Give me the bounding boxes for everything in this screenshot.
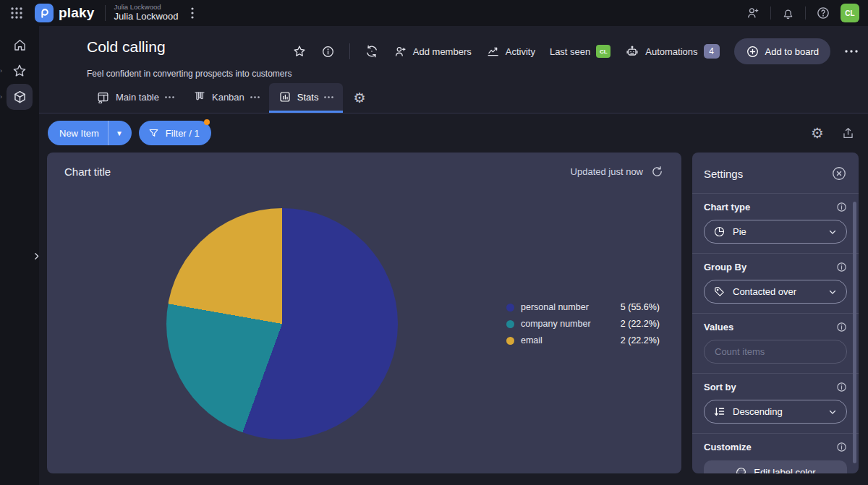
close-icon[interactable] bbox=[831, 166, 847, 181]
brand-name: plaky bbox=[59, 5, 95, 21]
settings-scrollbar[interactable] bbox=[853, 202, 856, 463]
group-by-value: Contacted over bbox=[733, 286, 796, 297]
values-placeholder: Count items bbox=[715, 346, 765, 357]
chevron-down-icon bbox=[827, 227, 838, 237]
tab-menu-icon[interactable] bbox=[165, 96, 174, 98]
user-avatar[interactable]: CL bbox=[841, 4, 859, 22]
sidebar-boards-icon[interactable]: › bbox=[7, 84, 33, 110]
legend-label: personal number bbox=[521, 302, 589, 312]
sort-by-select[interactable]: Descending bbox=[704, 400, 847, 424]
workspace-switcher[interactable]: Julia Lockwood Julia Lockwood bbox=[114, 4, 179, 22]
chevron-right-icon: › bbox=[0, 93, 2, 100]
add-to-board-button[interactable]: Add to board bbox=[734, 38, 830, 64]
view-tabs: Main table Kanban Stats bbox=[87, 83, 375, 113]
workspace-menu-icon[interactable] bbox=[191, 7, 194, 19]
group-by-select[interactable]: Contacted over bbox=[704, 280, 847, 304]
chart-type-section: Chart type Pie bbox=[692, 194, 859, 254]
favorite-star-icon[interactable] bbox=[292, 44, 307, 59]
last-seen-avatar: CL bbox=[596, 45, 610, 58]
sort-by-section: Sort by Descending bbox=[692, 374, 859, 434]
add-members-button[interactable]: Add members bbox=[393, 45, 472, 59]
tab-menu-icon[interactable] bbox=[324, 96, 333, 98]
refresh-icon[interactable] bbox=[650, 165, 664, 179]
legend-label: email bbox=[521, 335, 542, 345]
tab-menu-icon[interactable] bbox=[250, 96, 260, 98]
board-more-icon[interactable] bbox=[845, 50, 858, 53]
stats-content: Chart title Updated just now personal nu… bbox=[39, 153, 868, 485]
info-icon[interactable] bbox=[836, 442, 847, 452]
board-sync-icon[interactable] bbox=[365, 44, 379, 59]
info-icon[interactable] bbox=[836, 202, 847, 213]
customize-label: Customize bbox=[704, 442, 752, 452]
notifications-bell-icon[interactable] bbox=[781, 7, 795, 20]
left-sidebar: › › bbox=[0, 26, 39, 485]
chart-type-label: Chart type bbox=[704, 202, 750, 213]
views-settings-gear-icon[interactable]: ⚙ bbox=[343, 83, 375, 113]
legend-item[interactable]: personal number 5 (55.6%) bbox=[506, 302, 660, 312]
topbar-divider bbox=[805, 7, 806, 20]
chart-type-select[interactable]: Pie bbox=[704, 220, 847, 244]
activity-button[interactable]: Activity bbox=[486, 45, 535, 59]
new-item-button[interactable]: New Item ▼ bbox=[48, 121, 132, 145]
values-field[interactable]: Count items bbox=[704, 340, 847, 364]
last-seen[interactable]: Last seen CL bbox=[550, 45, 610, 58]
toolbar: New Item ▼ Filter / 1 ⚙ bbox=[39, 113, 868, 153]
info-icon[interactable] bbox=[836, 382, 847, 392]
chevron-down-icon bbox=[827, 407, 838, 417]
sidebar-home-icon[interactable] bbox=[7, 32, 33, 58]
workspace-name: Julia Lockwood bbox=[114, 12, 179, 22]
chart-updated-status: Updated just now bbox=[571, 165, 664, 179]
chart-card: Chart title Updated just now personal nu… bbox=[47, 153, 681, 473]
info-icon[interactable] bbox=[836, 322, 847, 332]
values-section: Values Count items bbox=[692, 314, 859, 374]
chart-settings-gear-icon[interactable]: ⚙ bbox=[811, 126, 824, 141]
new-item-label: New Item bbox=[48, 128, 108, 139]
edit-label-color-button[interactable]: Edit label color bbox=[704, 460, 847, 473]
automations-count-badge: 4 bbox=[704, 44, 720, 59]
settings-panel: Settings Chart type Pie bbox=[692, 153, 859, 473]
tab-label: Kanban bbox=[212, 92, 244, 103]
automations-label: Automations bbox=[645, 46, 697, 57]
new-item-dropdown-caret-icon[interactable]: ▼ bbox=[108, 121, 132, 145]
add-members-label: Add members bbox=[413, 46, 472, 57]
filter-button[interactable]: Filter / 1 bbox=[139, 121, 211, 145]
chart-legend: personal number 5 (55.6%) company number… bbox=[506, 302, 660, 345]
export-icon[interactable] bbox=[841, 126, 855, 140]
chevron-right-icon: › bbox=[0, 67, 2, 74]
sort-by-label: Sort by bbox=[704, 382, 736, 392]
legend-swatch bbox=[506, 304, 514, 312]
chart-card-header: Chart title Updated just now bbox=[47, 153, 681, 184]
help-icon[interactable] bbox=[816, 6, 830, 20]
legend-item[interactable]: email 2 (22.2%) bbox=[506, 335, 660, 345]
topbar-divider bbox=[105, 5, 106, 21]
edit-label-color-label: Edit label color bbox=[754, 467, 815, 474]
info-icon[interactable] bbox=[836, 262, 847, 272]
settings-header: Settings bbox=[692, 153, 859, 194]
app-grid-icon[interactable] bbox=[10, 7, 23, 20]
customize-section: Customize Edit label color bbox=[692, 434, 859, 473]
chart-type-value: Pie bbox=[733, 226, 746, 237]
topbar: plaky Julia Lockwood Julia Lockwood CL bbox=[0, 0, 868, 26]
chart-updated-label: Updated just now bbox=[571, 166, 643, 177]
tab-main-table[interactable]: Main table bbox=[87, 83, 184, 113]
board-info-icon[interactable] bbox=[321, 45, 335, 59]
plaky-logo-icon[interactable] bbox=[35, 4, 54, 22]
legend-swatch bbox=[506, 337, 514, 345]
group-by-section: Group By Contacted over bbox=[692, 254, 859, 314]
tab-stats[interactable]: Stats bbox=[269, 83, 344, 113]
board-title: Cold calling bbox=[87, 38, 166, 56]
invite-members-icon[interactable] bbox=[746, 6, 760, 20]
chart-title: Chart title bbox=[64, 166, 111, 178]
settings-title: Settings bbox=[704, 168, 743, 180]
tab-label: Main table bbox=[116, 92, 159, 103]
legend-value: 2 (22.2%) bbox=[621, 319, 660, 329]
add-to-board-label: Add to board bbox=[765, 46, 819, 57]
automations-button[interactable]: Automations 4 bbox=[625, 44, 719, 59]
legend-item[interactable]: company number 2 (22.2%) bbox=[506, 319, 660, 329]
pie-chart[interactable] bbox=[166, 208, 398, 439]
last-seen-label: Last seen bbox=[550, 46, 590, 57]
sidebar-favorites-icon[interactable]: › bbox=[7, 58, 33, 84]
board-subtitle: Feel confident in converting prospects i… bbox=[87, 69, 292, 79]
tab-kanban[interactable]: Kanban bbox=[184, 83, 269, 113]
legend-swatch bbox=[506, 320, 514, 328]
